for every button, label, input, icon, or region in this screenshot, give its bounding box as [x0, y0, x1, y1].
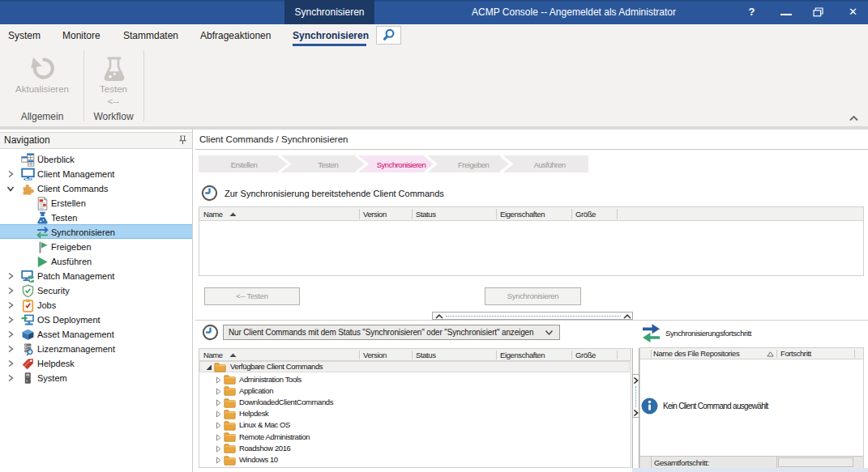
svg-text:Erstellen: Erstellen	[231, 160, 258, 169]
svg-text:Testen: Testen	[318, 160, 338, 169]
svg-text:Synchronisieren: Synchronisieren	[377, 160, 426, 169]
svg-text:Freigeben: Freigeben	[458, 160, 489, 169]
svg-text:Ausführen: Ausführen	[534, 160, 566, 169]
